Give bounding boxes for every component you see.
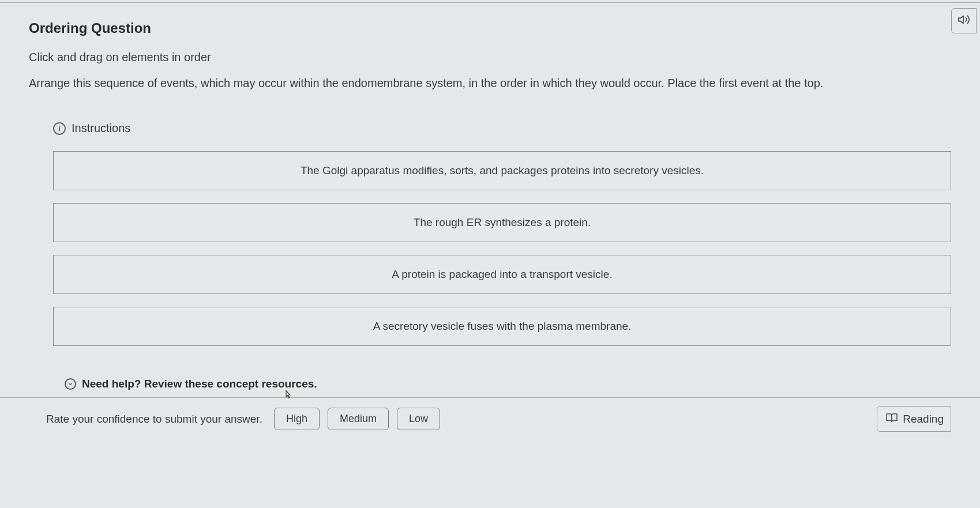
- info-icon: i: [53, 122, 66, 135]
- help-toggle[interactable]: Need help? Review these concept resource…: [65, 378, 951, 390]
- orderable-list: The Golgi apparatus modifies, sorts, and…: [53, 151, 951, 346]
- question-container: Ordering Question Click and drag on elem…: [0, 2, 980, 390]
- reading-label: Reading: [903, 413, 944, 426]
- reading-button[interactable]: Reading: [877, 406, 951, 432]
- order-item[interactable]: A secretory vesicle fuses with the plasm…: [53, 307, 951, 346]
- confidence-low-button[interactable]: Low: [397, 408, 440, 430]
- chevron-down-icon: [65, 378, 76, 390]
- confidence-medium-button[interactable]: Medium: [328, 408, 389, 430]
- rate-confidence-label: Rate your confidence to submit your answ…: [46, 413, 262, 426]
- order-item[interactable]: The Golgi apparatus modifies, sorts, and…: [53, 151, 951, 190]
- instructions-label: Instructions: [72, 122, 130, 135]
- drag-instruction: Click and drag on elements in order: [29, 51, 951, 64]
- order-item[interactable]: The rough ER synthesizes a protein.: [53, 203, 951, 242]
- speaker-icon: [958, 13, 970, 28]
- footer-bar: Rate your confidence to submit your answ…: [0, 397, 980, 440]
- question-prompt: Arrange this sequence of events, which m…: [29, 77, 951, 90]
- confidence-high-button[interactable]: High: [274, 408, 320, 430]
- question-title: Ordering Question: [29, 20, 951, 36]
- help-label: Need help? Review these concept resource…: [82, 378, 317, 390]
- book-icon: [885, 412, 898, 426]
- svg-marker-0: [959, 16, 963, 24]
- order-item[interactable]: A protein is packaged into a transport v…: [53, 255, 951, 294]
- instructions-header: i Instructions: [53, 122, 951, 135]
- audio-button[interactable]: [951, 8, 977, 33]
